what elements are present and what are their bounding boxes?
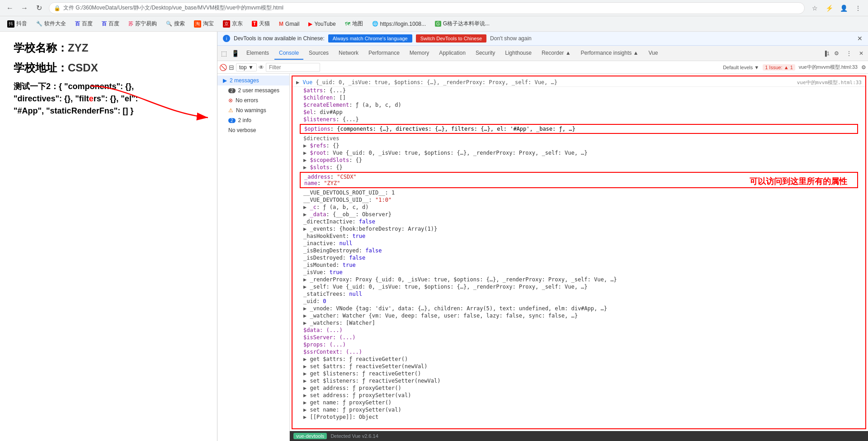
expand-icon[interactable]: ▶ (303, 157, 307, 163)
expand-icon[interactable]: ▶ (303, 164, 307, 171)
bookmark-login[interactable]: 🌐 https://login.1008... (368, 19, 429, 29)
root-line: ▶ $root: Vue {_uid: 0, _isVue: true, $op… (292, 149, 865, 156)
sidebar-item-warnings[interactable]: ⚠ No warnings (217, 105, 289, 115)
reload-button[interactable]: ↻ (33, 2, 45, 14)
bookmark-label: 抖音 (16, 20, 27, 28)
bookmark-suning[interactable]: 苏 苏宁易购 (125, 18, 160, 29)
more-button[interactable]: ⋮ (852, 2, 864, 14)
expand-icon[interactable]: ▶ (303, 378, 307, 384)
tab-application[interactable]: Application (434, 47, 470, 60)
url-text: 文件 G:/360MoveData/Users/静小文/Desktop/vue_… (63, 4, 283, 12)
bookmark-jd[interactable]: 京 京东 (219, 18, 246, 29)
address-bar[interactable]: 🔒 文件 G:/360MoveData/Users/静小文/Desktop/vu… (49, 2, 805, 14)
bookmark-search[interactable]: 🔍 搜索 (162, 18, 189, 29)
bookmark-gmail[interactable]: M Gmail (275, 19, 303, 29)
expand-icon[interactable]: ▶ (303, 407, 307, 413)
data-line: ▶ _data: {__ob__: Observer} (292, 211, 865, 218)
source-link[interactable]: vue中的mvvm模型.html:33 (799, 64, 858, 71)
expand-icon[interactable]: ▶ (303, 226, 307, 232)
source-ref[interactable]: vue中的mvvm模型.html:33 (797, 79, 862, 86)
top-dropdown[interactable]: top ▼ (236, 63, 257, 71)
bookmark-taobao[interactable]: 淘 淘宝 (190, 18, 217, 29)
expand-icon[interactable]: ▶ (303, 385, 307, 391)
tab-lighthouse[interactable]: Lighthouse (500, 47, 536, 60)
filter-input[interactable] (266, 63, 320, 72)
bookmark-baidu1[interactable]: 百 百度 (71, 18, 96, 29)
prop-text: $ssrContext: (...) (303, 349, 362, 355)
eye-icon[interactable]: 👁 (259, 64, 264, 71)
tab-recorder[interactable]: Recorder ▲ (537, 47, 576, 60)
bookmark-software[interactable]: 🔧 软件大全 (33, 18, 70, 29)
tab-console[interactable]: Console (274, 47, 303, 60)
switch-devtools-button[interactable]: Switch DevTools to Chinese (416, 34, 486, 43)
bookmark-baidu2[interactable]: 百 百度 (98, 18, 123, 29)
uid-value: "1:0" (375, 197, 392, 203)
bookmark-tianmao[interactable]: T 天猫 (248, 18, 274, 29)
vnode-line: ▶ _vnode: VNode {tag: 'div', data: {…}, … (292, 305, 865, 312)
tab-security[interactable]: Security (471, 47, 500, 60)
sidebar-item-errors[interactable]: ⊗ No errors (217, 95, 289, 105)
search-bookmark-icon: 🔍 (166, 21, 172, 27)
back-button[interactable]: ← (4, 2, 16, 14)
expand-icon[interactable]: ▶ (303, 142, 307, 149)
tab-sources[interactable]: Sources (304, 47, 333, 60)
expand-icon[interactable]: ▶ (303, 370, 307, 377)
expand-icon[interactable]: ▶ (303, 399, 307, 406)
prop-text: _watchers: [Watcher] (310, 320, 375, 326)
forward-button[interactable]: → (18, 2, 31, 14)
issue-badge[interactable]: 1 Issue: ▲ 1 (763, 64, 795, 71)
default-levels-dropdown[interactable]: Default levels ▼ (723, 65, 759, 70)
bookmark-douyin[interactable]: 抖 抖音 (4, 18, 31, 29)
expand-icon[interactable]: ▶ (303, 320, 307, 326)
settings-icon[interactable]: ⚙ (831, 48, 842, 58)
prop-text: set name: ƒ proxySetter(val) (310, 407, 401, 413)
expand-icon[interactable]: ▶ (303, 284, 307, 290)
expand-icon[interactable]: ▶ (303, 414, 307, 420)
colon: : (330, 174, 337, 180)
tab-memory[interactable]: Memory (405, 47, 434, 60)
close-info-bar-button[interactable]: ✕ (857, 35, 863, 42)
tab-elements[interactable]: Elements (242, 47, 274, 60)
expand-icon[interactable]: ▶ (303, 356, 307, 362)
more-devtools-button[interactable]: ⋮ (844, 48, 854, 58)
sidebar-item-user-messages[interactable]: 2 2 user messages (217, 85, 289, 95)
software-icon: 🔧 (36, 21, 42, 27)
expand-icon[interactable]: ▶ (303, 204, 307, 210)
prop-text: set $attrs: ƒ reactiveSetter(newVal) (310, 363, 427, 370)
sidebar-item-messages[interactable]: ▶ 2 messages (217, 76, 289, 85)
dont-show-link[interactable]: Don't show again (490, 35, 532, 42)
tab-network[interactable]: Network (334, 47, 363, 60)
console-line-top[interactable]: ▶ Vue {_uid: 0, _isVue: true, $options: … (292, 78, 865, 87)
device-icon[interactable]: 📱 (230, 48, 241, 59)
match-language-button[interactable]: Always match Chrome's language (328, 34, 412, 43)
user-messages-count: 2 (228, 88, 236, 93)
collapse-button[interactable]: ⊟ (229, 64, 234, 71)
close-devtools-button[interactable]: ✕ (856, 48, 866, 58)
tab-vue[interactable]: Vue (644, 47, 662, 60)
bookmark-gezi[interactable]: G G格子达本料举说... (431, 18, 493, 29)
clear-console-button[interactable]: 🚫 (219, 64, 227, 71)
bookmark-button[interactable]: ☆ (808, 2, 821, 14)
expand-icon[interactable]: ▶ (303, 276, 307, 283)
tab-performance[interactable]: Performance (364, 47, 404, 60)
school-name-label: 学校名称： (14, 42, 68, 54)
bookmark-label: 百度 (82, 20, 93, 28)
extensions-button[interactable]: ⚡ (823, 2, 835, 14)
sidebar-item-info[interactable]: 2 2 info (217, 115, 289, 125)
expand-icon[interactable]: ▶ (303, 363, 307, 370)
expand-icon[interactable]: ▶ (303, 150, 307, 156)
expand-icon[interactable]: ▶ (303, 211, 307, 218)
expand-icon[interactable]: ▶ (303, 305, 307, 312)
bookmark-map[interactable]: 🗺 地图 (341, 18, 367, 29)
sidebar-item-verbose[interactable]: No verbose (217, 125, 289, 135)
expand-icon[interactable]: ▶ (303, 313, 307, 319)
prop-val: false (365, 247, 382, 254)
settings-console-icon[interactable]: ⚙ (861, 64, 866, 71)
inspect-icon[interactable]: ⬚ (219, 48, 229, 59)
expand-icon[interactable]: ▶ (303, 392, 307, 398)
bookmark-youtube[interactable]: ▶ YouTube (305, 19, 339, 29)
profile-button[interactable]: 👤 (837, 2, 850, 14)
tab-performance-insights[interactable]: Performance insights ▲ (576, 47, 643, 60)
prop-text: set address: ƒ proxySetter(val) (310, 392, 411, 398)
expand-icon[interactable]: ▶ (296, 79, 299, 85)
